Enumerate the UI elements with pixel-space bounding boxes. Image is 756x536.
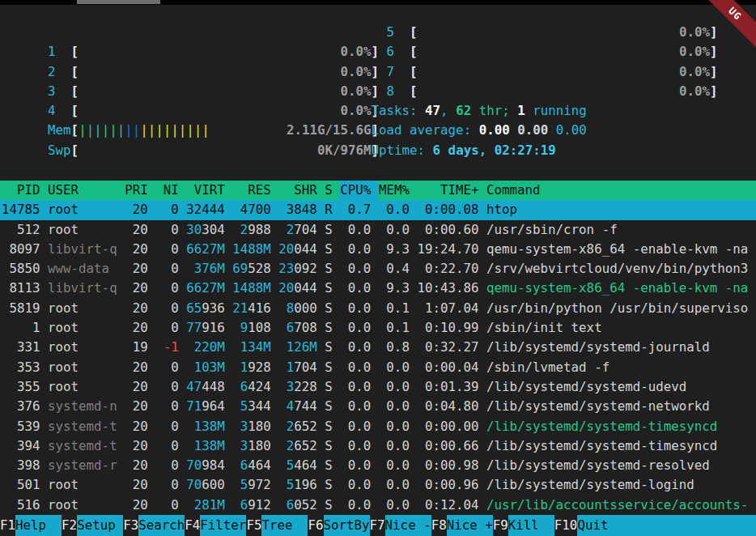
cell-command: qemu-system-x86_64 -enable-kvm -na	[486, 279, 748, 298]
cell-res: 21416	[232, 299, 271, 318]
col-header-pid[interactable]: PID	[2, 181, 40, 200]
function-key-f9[interactable]: F9Kill	[493, 515, 554, 536]
table-row[interactable]: 8097libvirt-q2006627M1488M20044S0.09.319…	[0, 240, 756, 259]
cell-pid: 394	[2, 436, 40, 456]
fn-label: Filter	[200, 515, 246, 536]
col-header-mem[interactable]: MEM%	[379, 181, 410, 200]
cell-virt: 103M	[186, 358, 225, 377]
col-header-command[interactable]: Command	[486, 181, 541, 200]
cell-pri: 20	[125, 456, 148, 475]
cell-command: /srv/webvirtcloud/venv/bin/python3	[486, 259, 748, 279]
cell-user: systemd-r	[48, 456, 117, 475]
table-row[interactable]: 376systemd-n2007196453444744S0.00.00:04.…	[0, 397, 756, 416]
function-key-f5[interactable]: F5Tree	[246, 515, 308, 536]
cell-pri: 19	[125, 338, 148, 357]
table-row[interactable]: 5819root20065936214168000S0.00.11:07.04/…	[0, 299, 756, 318]
cell-res: 1928	[232, 358, 271, 377]
cell-ni: 0	[155, 417, 179, 436]
cell-mem: 0.0	[379, 496, 410, 515]
cell-cpu: 0.0	[340, 338, 371, 357]
cell-user: root	[48, 475, 117, 495]
swap-load-row: Swp[0K/976M] Load average: 0.00 0.00 0.0…	[0, 121, 756, 140]
cell-mem: 0.0	[379, 417, 410, 436]
cell-res: 134M	[232, 338, 271, 357]
function-key-bar: F1HelpF2SetupF3SearchF4FilterF5TreeF6Sor…	[0, 515, 756, 536]
cell-shr: 5464	[278, 456, 317, 475]
function-key-f4[interactable]: F4Filter	[185, 515, 246, 536]
cell-time: 0:00.66	[417, 436, 478, 456]
table-row[interactable]: 501root2007060059725196S0.00.00:00.96/li…	[0, 475, 756, 495]
load-5min: 0.00	[517, 122, 548, 138]
cell-cpu: 0.0	[340, 397, 371, 416]
cell-pri: 20	[125, 475, 148, 495]
table-row[interactable]: 516root200281M69126052S0.00.00:12.04/usr…	[0, 496, 756, 515]
function-key-f8[interactable]: F8Nice +	[431, 515, 493, 536]
fn-key: F3	[123, 515, 138, 536]
table-row[interactable]: 355root2004744864243228S0.00.00:01.39/li…	[0, 377, 756, 397]
table-row[interactable]: 398systemd-r2007098464645464S0.00.00:00.…	[0, 456, 756, 475]
cell-cpu: 0.7	[340, 200, 371, 219]
table-row[interactable]: 539systemd-t200138M31802652S0.00.00:00.0…	[0, 417, 756, 436]
cell-command: /lib/systemd/systemd-timesyncd	[486, 436, 717, 456]
col-header-res[interactable]: RES	[232, 181, 271, 200]
cell-pri: 20	[125, 358, 148, 377]
cell-ni: 0	[155, 200, 179, 219]
function-key-f3[interactable]: F3Search	[123, 515, 185, 536]
col-header-virt[interactable]: VIRT	[186, 181, 225, 200]
col-header-ni[interactable]: NI	[155, 181, 179, 200]
cpu8-label: 8	[387, 83, 395, 99]
cell-res: 3180	[232, 436, 271, 456]
table-row[interactable]: 14785root2003244447003848R0.70.00:00.08h…	[0, 200, 756, 219]
fn-label: Kill	[508, 515, 554, 536]
cell-virt: 70600	[186, 475, 225, 495]
function-key-f7[interactable]: F7Nice -	[370, 515, 431, 536]
cpu6-label: 6	[387, 44, 395, 59]
cell-state: S	[325, 220, 333, 240]
table-row[interactable]: 512root2003030429882704S0.00.00:00.60/us…	[0, 220, 756, 240]
cell-mem: 0.0	[379, 358, 410, 377]
table-row[interactable]: 8113libvirt-q2006627M1488M20044S0.09.310…	[0, 279, 756, 298]
table-row[interactable]: 5850www-data200376M6952823092S0.00.40:22…	[0, 259, 756, 279]
cell-virt: 77916	[186, 318, 225, 338]
col-header-time[interactable]: TIME+	[417, 181, 478, 200]
cell-user: root	[48, 338, 117, 357]
fn-key: F2	[62, 515, 77, 536]
uptime-row: Uptime: 6 days, 02:27:19	[0, 141, 756, 160]
cell-mem: 0.0	[379, 436, 410, 456]
threads-count: 62	[456, 103, 471, 118]
fn-label: Search	[138, 515, 185, 536]
fn-key: F4	[185, 515, 200, 536]
function-key-f10[interactable]: F10Quit	[554, 515, 756, 536]
fn-key: F9	[493, 515, 508, 536]
function-key-f1[interactable]: F1Help	[0, 515, 62, 536]
col-header-shr[interactable]: SHR	[278, 181, 317, 200]
cell-pid: 516	[2, 496, 40, 515]
fn-label: SortBy	[324, 515, 370, 536]
fn-key: F7	[370, 515, 385, 536]
col-header-cpu-sort[interactable]: CPU%	[340, 181, 379, 200]
uptime-line: Uptime: 6 days, 02:27:19	[372, 141, 556, 160]
cell-command: /lib/systemd/systemd-journald	[486, 338, 710, 357]
cell-virt: 376M	[186, 259, 225, 279]
cell-user: systemd-t	[48, 436, 117, 456]
col-header-state[interactable]: S	[325, 181, 333, 200]
function-key-f6[interactable]: F6SortBy	[308, 515, 369, 536]
function-key-f2[interactable]: F2Setup	[62, 515, 123, 536]
table-row[interactable]: 331root19-1220M134M126MS0.00.80:32.27/li…	[0, 338, 756, 357]
cell-state: S	[325, 338, 333, 357]
cell-ni: -1	[155, 338, 179, 357]
cell-pid: 331	[2, 338, 40, 357]
load-1min: 0.00	[479, 122, 510, 138]
cpu-meter-row-3: 3[0.0%] 7[0.0%]	[0, 62, 756, 82]
table-header: PIDUSERPRINIVIRTRESSHRSCPU%MEM%TIME+Comm…	[0, 181, 756, 200]
cell-res: 1488M	[232, 279, 271, 298]
table-row[interactable]: 353root200103M19281704S0.00.00:00.04/sbi…	[0, 358, 756, 377]
cell-state: S	[325, 259, 333, 279]
table-row[interactable]: 394systemd-t200138M31802652S0.00.00:00.6…	[0, 436, 756, 456]
col-header-pri[interactable]: PRI	[125, 181, 148, 200]
col-header-user[interactable]: USER	[48, 181, 117, 200]
cell-time: 0:10.99	[417, 318, 478, 338]
fn-label: Tree	[261, 515, 308, 536]
fn-key: F6	[308, 515, 323, 536]
table-row[interactable]: 1root2007791691086708S0.00.10:10.99/sbin…	[0, 318, 756, 338]
